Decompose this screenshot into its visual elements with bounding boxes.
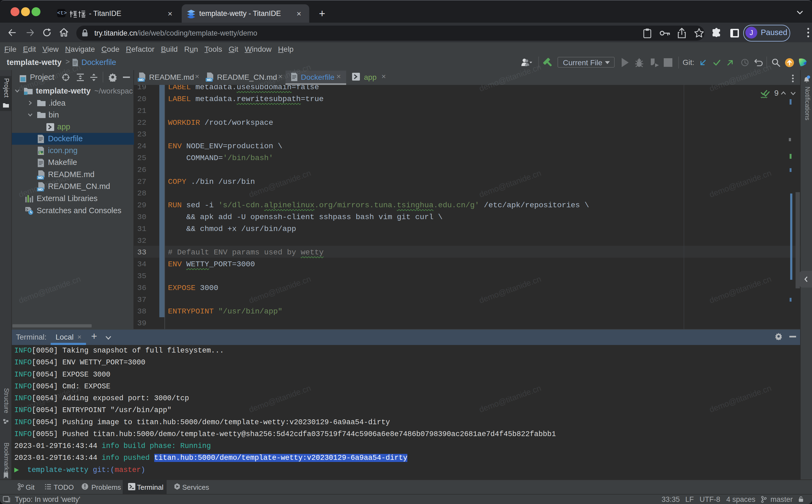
svg-text:MD: MD (207, 78, 211, 81)
svg-text:MD: MD (139, 78, 143, 81)
svg-text:MD: MD (38, 176, 43, 179)
